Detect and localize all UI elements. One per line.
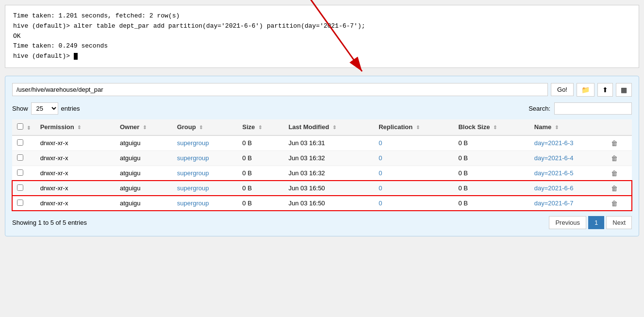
- show-bar: Show 25 50 100 entries Search:: [12, 102, 632, 115]
- sort-icon-block: ⇕: [493, 125, 497, 130]
- grid-icon: ▦: [621, 86, 627, 94]
- cell-delete-1: 🗑: [606, 150, 632, 166]
- delete-icon-3[interactable]: 🗑: [611, 184, 618, 192]
- header-name[interactable]: Name ⇕: [529, 119, 606, 135]
- cell-owner-4: atguigu: [115, 196, 172, 211]
- sort-icon-replication: ⇕: [416, 125, 420, 130]
- name-link-2[interactable]: day=2021-6-5: [534, 169, 574, 177]
- cell-blocksize-0: 0 B: [453, 135, 529, 151]
- header-permission[interactable]: Permission ⇕: [35, 119, 115, 135]
- folder-icon: 📁: [581, 86, 590, 94]
- header-owner[interactable]: Owner ⇕: [115, 119, 172, 135]
- header-last-modified[interactable]: Last Modified ⇕: [283, 119, 374, 135]
- cell-name-3: day=2021-6-6: [529, 181, 606, 196]
- files-table: ⇕ Permission ⇕ Owner ⇕ Group ⇕ Size ⇕ La…: [12, 119, 632, 211]
- table-header: ⇕ Permission ⇕ Owner ⇕ Group ⇕ Size ⇕ La…: [12, 119, 632, 135]
- group-link-0[interactable]: supergroup: [177, 139, 209, 147]
- row-checkbox-2[interactable]: [17, 169, 23, 176]
- grid-button[interactable]: ▦: [616, 83, 632, 97]
- cell-name-1: day=2021-6-4: [529, 150, 606, 166]
- table-row: drwxr-xr-x atguigu supergroup 0 B Jun 03…: [12, 150, 632, 166]
- cell-blocksize-2: 0 B: [453, 166, 529, 181]
- cell-modified-2: Jun 03 16:32: [283, 166, 374, 181]
- group-link-1[interactable]: supergroup: [177, 154, 209, 162]
- table-footer: Showing 1 to 5 of 5 entries Previous 1 N…: [12, 216, 632, 229]
- cell-group-2: supergroup: [172, 166, 238, 181]
- showing-text: Showing 1 to 5 of 5 entries: [12, 219, 87, 226]
- show-left: Show 25 50 100 entries: [12, 102, 80, 115]
- previous-button[interactable]: Previous: [549, 216, 586, 229]
- cell-replication-4: 0: [374, 196, 453, 211]
- header-replication[interactable]: Replication ⇕: [374, 119, 453, 135]
- cell-group-4: supergroup: [172, 196, 238, 211]
- header-group[interactable]: Group ⇕: [172, 119, 238, 135]
- cell-owner-3: atguigu: [115, 181, 172, 196]
- delete-icon-1[interactable]: 🗑: [611, 154, 618, 162]
- row-checkbox-3[interactable]: [17, 184, 23, 191]
- search-input[interactable]: [554, 102, 632, 115]
- cell-group-0: supergroup: [172, 135, 238, 151]
- cell-group-3: supergroup: [172, 181, 238, 196]
- folder-button[interactable]: 📁: [577, 83, 594, 97]
- delete-icon-0[interactable]: 🗑: [611, 139, 618, 147]
- group-link-3[interactable]: supergroup: [177, 184, 209, 192]
- cell-name-4: day=2021-6-7: [529, 196, 606, 211]
- name-link-1[interactable]: day=2021-6-4: [534, 154, 574, 162]
- delete-icon-2[interactable]: 🗑: [611, 169, 618, 177]
- go-button[interactable]: Go!: [551, 83, 574, 96]
- file-browser: Go! 📁 ⬆ ▦ Show 25 50 100 entries: [5, 76, 639, 236]
- select-all-checkbox[interactable]: [17, 123, 23, 130]
- upload-button[interactable]: ⬆: [597, 83, 613, 97]
- row-checkbox-4[interactable]: [17, 200, 23, 206]
- cell-delete-0: 🗑: [606, 135, 632, 151]
- pagination: Previous 1 Next: [549, 216, 632, 229]
- cell-size-2: 0 B: [237, 166, 283, 181]
- cell-size-3: 0 B: [237, 181, 283, 196]
- name-link-3[interactable]: day=2021-6-6: [534, 184, 574, 192]
- sort-icon-size: ⇕: [258, 125, 262, 130]
- next-button[interactable]: Next: [606, 216, 632, 229]
- cell-group-1: supergroup: [172, 150, 238, 166]
- replication-link-0[interactable]: 0: [379, 139, 382, 147]
- cell-replication-1: 0: [374, 150, 453, 166]
- cell-owner-1: atguigu: [115, 150, 172, 166]
- upload-icon: ⬆: [602, 86, 608, 94]
- cell-delete-2: 🗑: [606, 166, 632, 181]
- name-link-4[interactable]: day=2021-6-7: [534, 200, 574, 207]
- sort-icon-owner: ⇕: [143, 125, 147, 130]
- cell-permission-4: drwxr-xr-x: [35, 196, 115, 211]
- cell-owner-2: atguigu: [115, 166, 172, 181]
- cell-permission-2: drwxr-xr-x: [35, 166, 115, 181]
- cell-name-0: day=2021-6-3: [529, 135, 606, 151]
- header-actions: [606, 119, 632, 135]
- table-row: drwxr-xr-x atguigu supergroup 0 B Jun 03…: [12, 181, 632, 196]
- entries-label: entries: [61, 105, 80, 112]
- entries-select[interactable]: 25 50 100: [31, 102, 58, 115]
- header-block-size[interactable]: Block Size ⇕: [453, 119, 529, 135]
- sort-icon-permission: ⇕: [77, 125, 81, 130]
- replication-link-1[interactable]: 0: [379, 154, 382, 162]
- sort-icon-name: ⇕: [555, 125, 559, 130]
- cell-size-4: 0 B: [237, 196, 283, 211]
- replication-link-4[interactable]: 0: [379, 200, 382, 207]
- name-link-0[interactable]: day=2021-6-3: [534, 139, 574, 147]
- path-input[interactable]: [12, 83, 548, 96]
- header-size[interactable]: Size ⇕: [237, 119, 283, 135]
- page-1-button[interactable]: 1: [588, 216, 604, 229]
- cell-delete-3: 🗑: [606, 181, 632, 196]
- delete-icon-4[interactable]: 🗑: [611, 200, 618, 207]
- cell-replication-3: 0: [374, 181, 453, 196]
- row-checkbox-1[interactable]: [17, 154, 23, 161]
- table-row: drwxr-xr-x atguigu supergroup 0 B Jun 03…: [12, 135, 632, 151]
- cell-replication-0: 0: [374, 135, 453, 151]
- group-link-2[interactable]: supergroup: [177, 169, 209, 177]
- replication-link-3[interactable]: 0: [379, 184, 382, 192]
- row-checkbox-0[interactable]: [17, 139, 23, 146]
- replication-link-2[interactable]: 0: [379, 169, 382, 177]
- cell-blocksize-4: 0 B: [453, 196, 529, 211]
- terminal-cursor: [74, 53, 78, 60]
- cell-replication-2: 0: [374, 166, 453, 181]
- cell-permission-3: drwxr-xr-x: [35, 181, 115, 196]
- group-link-4[interactable]: supergroup: [177, 200, 209, 207]
- cell-modified-0: Jun 03 16:31: [283, 135, 374, 151]
